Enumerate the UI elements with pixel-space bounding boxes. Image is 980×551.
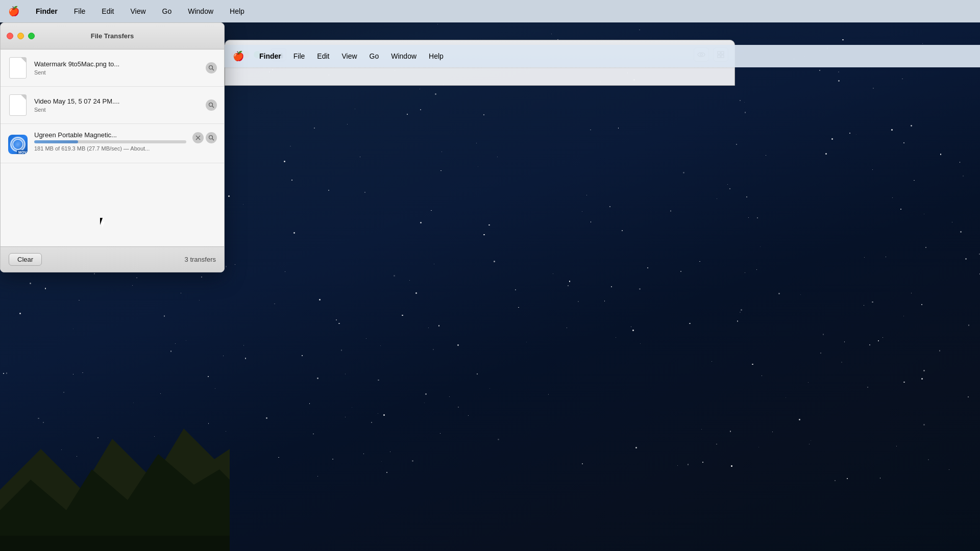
star bbox=[968, 396, 969, 397]
reveal-in-finder-button-3[interactable] bbox=[206, 132, 217, 143]
star bbox=[736, 144, 737, 145]
star bbox=[590, 130, 591, 131]
star bbox=[457, 344, 459, 346]
star bbox=[378, 413, 378, 414]
clear-button[interactable]: Clear bbox=[9, 253, 42, 266]
star bbox=[497, 157, 498, 157]
transfer-info-3: Ugreen Portable Magnetic... 181 MB of 61… bbox=[34, 131, 186, 152]
star bbox=[381, 461, 382, 462]
star bbox=[243, 345, 244, 345]
file-icon-1 bbox=[8, 56, 28, 80]
star bbox=[425, 393, 427, 395]
star bbox=[786, 397, 786, 398]
finder-apple-icon[interactable]: 🍎 bbox=[233, 51, 244, 62]
star bbox=[717, 198, 717, 199]
star bbox=[309, 403, 310, 404]
star bbox=[618, 128, 619, 129]
star bbox=[880, 478, 881, 479]
star bbox=[285, 271, 285, 272]
star bbox=[745, 112, 746, 113]
panel-zoom-button[interactable] bbox=[28, 33, 35, 39]
panel-minimize-button[interactable] bbox=[17, 33, 24, 39]
star bbox=[811, 440, 811, 441]
menu-window[interactable]: Window bbox=[185, 6, 216, 16]
star bbox=[79, 300, 80, 301]
star bbox=[740, 100, 741, 101]
svg-point-11 bbox=[209, 103, 213, 107]
finder-menu-finder[interactable]: Finder bbox=[259, 52, 281, 60]
star bbox=[345, 373, 346, 374]
star bbox=[740, 312, 741, 313]
star bbox=[670, 210, 671, 211]
star bbox=[578, 301, 579, 302]
finder-menu-view[interactable]: View bbox=[341, 52, 357, 60]
finder-menu-go[interactable]: Go bbox=[370, 52, 379, 60]
menu-view[interactable]: View bbox=[127, 6, 149, 16]
star bbox=[438, 325, 440, 327]
star bbox=[924, 214, 924, 214]
panel-close-button[interactable] bbox=[7, 33, 13, 39]
star bbox=[94, 273, 95, 274]
finder-menu-window[interactable]: Window bbox=[391, 52, 416, 60]
star bbox=[317, 378, 318, 379]
star bbox=[569, 281, 570, 282]
finder-window-menubar: 🍎 Finder File Edit View Go Window Help bbox=[225, 45, 980, 67]
reveal-in-finder-button-1[interactable] bbox=[206, 62, 217, 73]
transfers-list: Watermark 9to5Mac.png to... Sent Video M… bbox=[1, 49, 224, 246]
menu-finder[interactable]: Finder bbox=[33, 6, 61, 16]
star bbox=[274, 304, 275, 305]
star bbox=[867, 387, 868, 388]
progress-bar-fill-3 bbox=[34, 140, 78, 143]
star bbox=[730, 431, 731, 432]
star bbox=[757, 217, 758, 218]
star bbox=[181, 293, 181, 293]
star bbox=[371, 422, 372, 423]
star bbox=[360, 157, 360, 157]
star bbox=[468, 415, 469, 416]
star bbox=[407, 114, 408, 115]
star bbox=[175, 343, 176, 344]
star bbox=[825, 153, 827, 155]
star bbox=[226, 266, 227, 267]
star bbox=[923, 424, 925, 425]
finder-menu-edit[interactable]: Edit bbox=[317, 52, 329, 60]
star bbox=[611, 286, 612, 287]
svg-rect-2 bbox=[0, 536, 230, 551]
star bbox=[639, 288, 641, 290]
star bbox=[900, 209, 901, 210]
star bbox=[903, 316, 904, 316]
menu-edit[interactable]: Edit bbox=[99, 6, 117, 16]
star bbox=[345, 417, 346, 417]
star bbox=[869, 344, 871, 346]
star bbox=[483, 114, 484, 115]
star bbox=[19, 313, 21, 314]
apple-menu-icon[interactable]: 🍎 bbox=[8, 6, 19, 17]
transfer-name-2: Video May 15, 5 07 24 PM.... bbox=[34, 97, 200, 105]
menu-help[interactable]: Help bbox=[227, 6, 248, 16]
transfer-status-2: Sent bbox=[34, 107, 200, 113]
finder-menu-file[interactable]: File bbox=[293, 52, 305, 60]
star bbox=[712, 361, 712, 362]
star bbox=[386, 472, 387, 473]
star bbox=[741, 309, 742, 310]
star bbox=[911, 125, 912, 127]
reveal-in-finder-button-2[interactable] bbox=[206, 99, 217, 111]
star bbox=[476, 143, 477, 144]
menu-go[interactable]: Go bbox=[159, 6, 175, 16]
star bbox=[914, 180, 915, 181]
star bbox=[823, 334, 824, 335]
menu-file[interactable]: File bbox=[71, 6, 89, 16]
finder-menu-help[interactable]: Help bbox=[429, 52, 444, 60]
star bbox=[921, 304, 922, 305]
star bbox=[968, 324, 969, 325]
star bbox=[616, 337, 616, 338]
star bbox=[731, 465, 732, 467]
star bbox=[402, 315, 403, 316]
file-icon-2 bbox=[8, 93, 28, 117]
star bbox=[420, 89, 420, 89]
titlebar-buttons bbox=[7, 33, 35, 39]
star bbox=[284, 161, 285, 162]
star bbox=[293, 232, 295, 234]
star bbox=[838, 80, 840, 82]
cancel-transfer-button-3[interactable] bbox=[192, 132, 204, 143]
